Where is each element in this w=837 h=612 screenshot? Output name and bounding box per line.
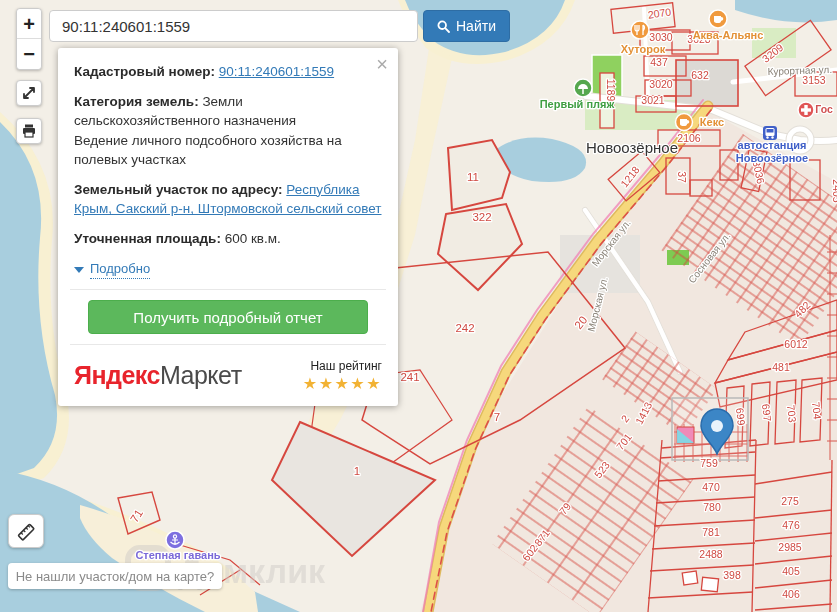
rating-block: Наш рейтинг ★★★★★ — [303, 358, 382, 393]
address-row: Земельный участок по адресу: Республика … — [74, 180, 382, 219]
map-label: 7 — [494, 411, 500, 423]
map-label: 704 — [810, 401, 824, 420]
area-label: Уточненная площадь: — [74, 231, 221, 246]
map-label: Аква-Альянс — [693, 29, 764, 41]
zoom-controls: + − — [16, 8, 42, 70]
hospital-icon[interactable] — [798, 102, 814, 118]
close-icon[interactable]: × — [376, 54, 388, 74]
print-button[interactable] — [16, 118, 42, 144]
search-icon — [437, 20, 450, 33]
map-label: 780 — [703, 501, 721, 513]
map-label: 2106 — [677, 132, 701, 144]
divider — [70, 344, 386, 345]
fullscreen-button[interactable] — [16, 80, 42, 106]
map-label: 476 — [782, 519, 800, 531]
map-label: 37 — [676, 171, 688, 183]
details-label: Подробно — [90, 260, 150, 280]
parcel-info-popup: × Кадастровый номер: 90:11:240601:1559 К… — [58, 48, 398, 406]
map-label: Хуторок — [621, 43, 666, 55]
map-label: 242 — [455, 322, 474, 334]
ruler-button[interactable] — [8, 514, 44, 548]
restaurant-icon[interactable] — [631, 21, 649, 39]
divider — [70, 289, 386, 290]
map-label: 322 — [472, 211, 491, 223]
map-label: 759 — [700, 457, 718, 469]
map-label: Первый пляж — [540, 98, 615, 110]
map-label: 2985 — [778, 541, 802, 553]
search-button[interactable]: Найти — [423, 10, 510, 42]
cafe-icon[interactable] — [676, 114, 693, 131]
get-report-button[interactable]: Получить подробный отчет — [88, 300, 368, 334]
map-label: 1 — [354, 465, 360, 477]
details-toggle[interactable]: Подробно — [74, 260, 150, 280]
search-input[interactable] — [49, 10, 418, 42]
cadastral-number-row: Кадастровый номер: 90:11:240601:1559 — [74, 62, 382, 82]
ruler-icon — [16, 522, 36, 542]
cafe-icon[interactable] — [709, 10, 727, 28]
rating-caption: Наш рейтинг — [303, 358, 382, 375]
map-label: 406 — [782, 588, 800, 600]
category-row: Категория земель: Земли сельскохозяйстве… — [74, 92, 382, 170]
map-label: Новоозёрное — [586, 139, 678, 156]
marina-anchor-icon[interactable] — [166, 531, 184, 549]
zoom-out-button[interactable]: − — [17, 39, 41, 69]
expand-icon — [21, 85, 37, 101]
map-label: 2488 — [699, 548, 723, 560]
map-label: 470 — [702, 481, 720, 493]
map-label: 275 — [781, 495, 799, 507]
map-label: 781 — [702, 526, 720, 538]
logo-part-yandex: Яндекс — [74, 361, 160, 389]
logo-part-market: Маркет — [160, 361, 242, 389]
cadastral-number-link[interactable]: 90:11:240601:1559 — [219, 64, 334, 79]
usage-value: Ведение личного подсобного хозяйства на … — [74, 133, 342, 168]
map-label: 632 — [691, 69, 709, 81]
cadastral-number-label: Кадастровый номер: — [74, 64, 215, 79]
highlighted-parcel[interactable] — [677, 427, 694, 443]
map-label: 2405 — [831, 179, 837, 203]
printer-icon — [21, 123, 37, 139]
search-button-label: Найти — [456, 18, 496, 34]
map-label: 11 — [467, 171, 479, 183]
yandex-market-logo[interactable]: ЯндексМаркет — [74, 357, 242, 393]
caret-down-icon — [74, 267, 84, 273]
map-label: Курортная ул. — [767, 64, 832, 77]
map-label: автостанция — [738, 139, 807, 151]
area-value: 600 кв.м. — [225, 231, 281, 246]
map-label: Кекс — [700, 116, 724, 128]
rating-stars: ★★★★★ — [303, 375, 382, 393]
map-label: 398 — [723, 569, 741, 581]
map-label: 6012 — [784, 338, 808, 350]
map-label: 3030 — [649, 31, 673, 43]
map-label: 3020 — [649, 78, 673, 90]
map-label: 437 — [650, 56, 668, 68]
map-label: Степная гавань — [135, 549, 220, 561]
map-label: 481 — [772, 361, 790, 373]
area-row: Уточненная площадь: 600 кв.м. — [74, 229, 382, 249]
address-label: Земельный участок по адресу: — [74, 182, 283, 197]
popup-footer: ЯндексМаркет Наш рейтинг ★★★★★ — [74, 355, 382, 393]
map-label: 703 — [785, 404, 799, 423]
map-label: 697 — [760, 403, 774, 422]
map-label: 241 — [400, 371, 419, 383]
beach-icon[interactable] — [574, 79, 592, 97]
not-found-bar[interactable]: Не нашли участок/дом на карте? — [8, 563, 222, 589]
map-label: 3021 — [641, 94, 665, 106]
map-label: Новоозёрное — [736, 152, 808, 164]
not-found-text: Не нашли участок/дом на карте? — [16, 569, 215, 584]
category-label: Категория земель: — [74, 94, 199, 109]
zoom-in-button[interactable]: + — [17, 9, 41, 39]
map-label: 3153 — [802, 74, 826, 86]
map-label: 699 — [734, 407, 748, 426]
map-label: 405 — [782, 565, 800, 577]
map-label: Гос — [815, 103, 833, 115]
bus-station-icon[interactable] — [763, 126, 777, 140]
